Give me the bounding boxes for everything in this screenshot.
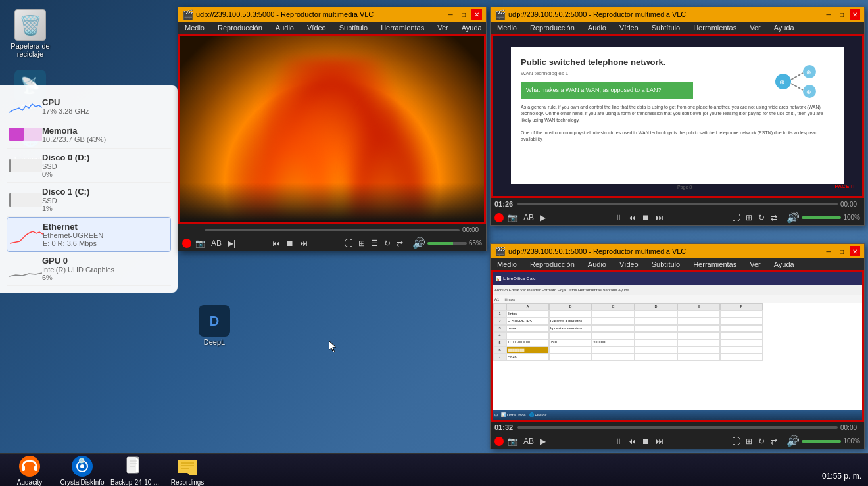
vlc-1-screenshot-button[interactable]: 📷 (193, 238, 207, 249)
vlc-3-progress-bar[interactable] (517, 426, 838, 429)
vlc-1-fullscreen-button[interactable]: ⛶ (343, 238, 354, 249)
vlc-3-loop-button[interactable]: ↻ (756, 436, 767, 447)
vlc-1-controls-row: 📷 AB ▶| ⏮ ⏹ ⏭ ⛶ ⊞ ☰ ↻ ⇄ 🔊 65% (178, 235, 486, 251)
vlc-3-cell-f4 (720, 332, 763, 339)
vlc-3-screenshot-button[interactable]: 📷 (506, 436, 519, 447)
vlc-2-ab-button[interactable]: AB (521, 212, 536, 223)
vlc-2-aspect-button[interactable]: ⊞ (744, 212, 754, 223)
vlc-1-menu-medio[interactable]: Medio (182, 23, 207, 32)
vlc-2-menu-video[interactable]: Vídeo (617, 23, 641, 32)
taskbar-app-audacity[interactable]: Audacity (3, 452, 56, 487)
vlc-2-record-button[interactable] (494, 213, 504, 222)
vlc-1-frame-button[interactable]: ▶| (226, 238, 237, 249)
vlc-1-close-button[interactable]: ✕ (471, 9, 482, 20)
svg-rect-16 (22, 466, 25, 471)
vlc-2-volume-slider[interactable] (802, 216, 841, 219)
crystaldiskinfo-icon-svg: 💿 (70, 454, 94, 478)
vlc-3-menu-subtitulo[interactable]: Subtítulo (649, 260, 683, 269)
vlc-1-random-button[interactable]: ⇄ (395, 238, 405, 249)
desktop-icon-deepl[interactable]: D DeepL (191, 303, 238, 349)
vlc-2-progress-bar-row: 01:26 00:00 (491, 198, 864, 210)
vlc-2-menu-ver[interactable]: Ver (747, 23, 763, 32)
vlc-3-menu-herramientas[interactable]: Herramientas (690, 260, 739, 269)
vlc-3-fullscreen-button[interactable]: ⛶ (730, 436, 742, 447)
vlc-3-stop-button[interactable]: ⏹ (640, 436, 652, 447)
vlc-1-window-controls: ─ □ ✕ (445, 9, 482, 20)
vlc-2-progress-bar[interactable] (517, 203, 838, 205)
vlc-1-next-button[interactable]: ⏭ (298, 238, 310, 249)
vlc-2-screenshot-button[interactable]: 📷 (506, 212, 519, 223)
vlc-2-menu-subtitulo[interactable]: Subtítulo (649, 23, 683, 32)
vlc-2-fullscreen-button[interactable]: ⛶ (730, 212, 742, 223)
monitor-disk0: Disco 0 (D:) SSD0% (7, 149, 171, 183)
vlc-3-timecode-left: 01:32 (494, 424, 514, 431)
vlc-1-menu-reproduccion[interactable]: Reproducción (215, 23, 265, 32)
vlc-1-ab-button[interactable]: AB (209, 238, 224, 249)
vlc-2-menubar: Medio Reproducción Audio Vídeo Subtítulo… (491, 22, 864, 34)
vlc-1-menu-herramientas[interactable]: Herramientas (378, 23, 427, 32)
vlc-3-next-button[interactable]: ⏭ (654, 436, 665, 447)
vlc-3-row-num-3: 3 (493, 325, 506, 332)
vlc-1-record-button[interactable] (182, 239, 191, 248)
vlc-2-menu-ayuda[interactable]: Ayuda (771, 23, 797, 32)
vlc-1-menu-ayuda[interactable]: Ayuda (459, 23, 485, 32)
vlc-3-pause-button[interactable]: ⏸ (612, 436, 624, 447)
vlc-3-menu-medio[interactable]: Medio (494, 260, 519, 269)
vlc-2-prev-button[interactable]: ⏮ (626, 212, 638, 223)
vlc-3-cell-a6: ▓▓▓▓▓▓▓ (506, 347, 549, 354)
vlc-3-aspect-button[interactable]: ⊞ (744, 436, 754, 447)
vlc-1-playlist-button[interactable]: ☰ (369, 238, 380, 249)
vlc-3-menu-audio[interactable]: Audio (585, 260, 609, 269)
vlc-1-minimize-button[interactable]: ─ (445, 9, 456, 20)
recycle-bin-label: Papelera de reciclaje (9, 42, 51, 58)
taskbar-app-recordings[interactable]: Recordings (161, 452, 214, 487)
vlc-3-cell-a7: ctrl+6 (506, 354, 549, 361)
vlc-3-close-button[interactable]: ✕ (850, 246, 860, 256)
vlc-3-menu-video[interactable]: Vídeo (617, 260, 641, 269)
vlc-3-menu-ver[interactable]: Ver (747, 260, 763, 269)
audacity-icon (18, 454, 41, 478)
vlc-3-prev-button[interactable]: ⏮ (626, 436, 638, 447)
taskbar-app-crystaldiskinfo[interactable]: 💿 CrystalDiskInfo (56, 452, 108, 487)
vlc-3-menu-reproduccion[interactable]: Reproducción (527, 260, 577, 269)
vlc-2-play-button[interactable]: ▶ (538, 212, 548, 223)
vlc-2-stop-button[interactable]: ⏹ (640, 212, 652, 223)
vlc-3-maximize-button[interactable]: □ (836, 246, 847, 256)
vlc-3-cell-d1 (635, 310, 677, 318)
vlc-1-prev-button[interactable]: ⏮ (270, 238, 282, 249)
vlc-1-menu-subtitulo[interactable]: Subtítulo (337, 23, 370, 32)
taskbar-time: 01:55 p. m. (822, 472, 861, 481)
vlc-1-menubar: Medio Reproducción Audio Vídeo Subtítulo… (178, 22, 486, 34)
vlc-3-random-button[interactable]: ⇄ (769, 436, 779, 447)
vlc-2-menu-reproduccion[interactable]: Reproducción (527, 23, 577, 32)
vlc-2-minimize-button[interactable]: ─ (823, 9, 834, 20)
vlc-1-stop-button[interactable]: ⏹ (284, 238, 296, 249)
vlc-3-record-button[interactable] (494, 437, 504, 446)
vlc-2-menu-audio[interactable]: Audio (585, 23, 609, 32)
vlc-3-play-button[interactable]: ▶ (538, 436, 548, 447)
vlc-3-ab-button[interactable]: AB (521, 436, 536, 447)
vlc-3-volume-slider[interactable] (802, 440, 841, 443)
vlc-1-maximize-button[interactable]: □ (458, 9, 469, 20)
vlc-3-col-d: D (635, 303, 677, 310)
vlc-2-menu-herramientas[interactable]: Herramientas (690, 23, 739, 32)
vlc-1-aspect-button[interactable]: ⊞ (356, 238, 367, 249)
vlc-2-close-button[interactable]: ✕ (850, 9, 860, 20)
vlc-2-loop-button[interactable]: ↻ (756, 212, 767, 223)
svg-rect-5 (9, 193, 11, 207)
vlc-2-next-button[interactable]: ⏭ (654, 212, 665, 223)
vlc-2-menu-medio[interactable]: Medio (494, 23, 519, 32)
desktop-icon-recycle-bin[interactable]: 🗑️ Papelera de reciclaje (7, 7, 54, 61)
taskbar-app-backup[interactable]: Backup-24-10-... (108, 452, 161, 487)
vlc-2-pause-button[interactable]: ⏸ (612, 212, 624, 223)
vlc-1-menu-video[interactable]: Vídeo (304, 23, 329, 32)
vlc-3-minimize-button[interactable]: ─ (823, 246, 834, 256)
vlc-1-volume-slider[interactable] (427, 242, 467, 245)
vlc-1-loop-button[interactable]: ↻ (382, 238, 393, 249)
vlc-2-maximize-button[interactable]: □ (836, 9, 847, 20)
vlc-3-menu-ayuda[interactable]: Ayuda (771, 260, 797, 269)
vlc-1-progress-bar[interactable] (205, 229, 460, 231)
vlc-2-random-button[interactable]: ⇄ (769, 212, 779, 223)
vlc-1-menu-audio[interactable]: Audio (273, 23, 297, 32)
vlc-1-menu-ver[interactable]: Ver (435, 23, 451, 32)
